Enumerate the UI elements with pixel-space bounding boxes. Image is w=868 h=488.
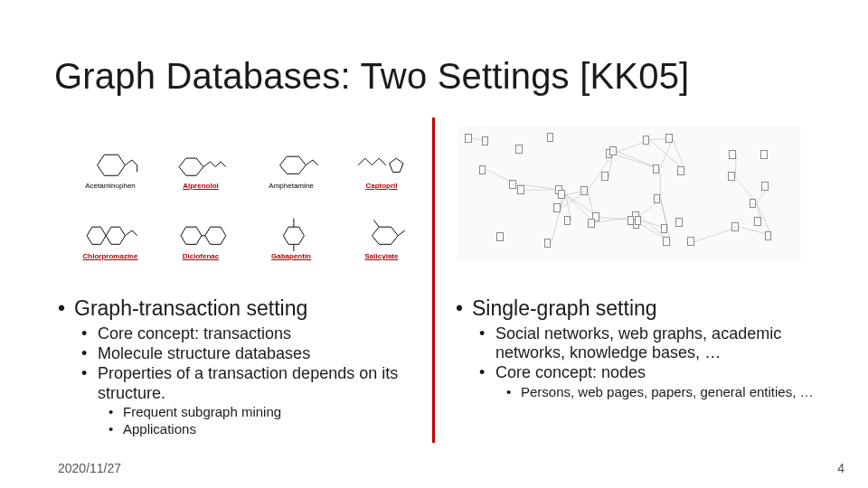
network-node: · (580, 186, 588, 195)
left-l2-0: Core concept: transactions (58, 324, 429, 343)
network-node: · (643, 136, 650, 145)
left-l3-1: Applications (58, 421, 429, 437)
network-node: · (760, 150, 768, 159)
svg-marker-9 (283, 227, 304, 244)
molecule-structure-icon (350, 139, 413, 181)
svg-marker-12 (372, 227, 398, 244)
molecule-cell: Diclofenac (159, 197, 242, 260)
network-node: · (509, 180, 516, 189)
network-node: · (661, 224, 668, 233)
network-node: · (731, 222, 739, 231)
network-node: · (482, 136, 489, 145)
network-edges (458, 127, 801, 262)
right-l2-0: Social networks, web graphs, academic ne… (456, 324, 826, 362)
svg-marker-1 (179, 158, 203, 175)
column-divider (432, 117, 435, 443)
molecule-label: Alprenolol (183, 183, 219, 190)
network-node: · (635, 216, 642, 225)
right-l3-0: Persons, web pages, papers, general enti… (456, 384, 826, 400)
network-node: · (479, 165, 486, 174)
svg-line-40 (588, 154, 613, 191)
network-node: · (754, 217, 761, 226)
molecule-label: Chlorpromazine (83, 253, 138, 260)
svg-line-13 (398, 230, 405, 236)
network-node: · (729, 150, 736, 159)
footer-date: 2020/11/27 (58, 461, 121, 475)
slide: Graph Databases: Two Settings [KK05] Ace… (0, 0, 868, 488)
network-node: · (547, 133, 554, 142)
svg-marker-2 (280, 156, 307, 174)
molecule-cell: Chlorpromazine (69, 197, 152, 260)
network-graph: ········································ (458, 127, 801, 262)
molecule-label: Diclofenac (183, 253, 219, 260)
molecule-cell: Gabapentin (250, 197, 333, 260)
molecule-structure-icon (79, 210, 142, 251)
svg-line-14 (373, 221, 379, 228)
network-node: · (496, 232, 504, 241)
svg-line-46 (552, 208, 561, 242)
molecule-cell: Acetaminophen (69, 127, 152, 190)
svg-line-32 (660, 138, 673, 169)
left-l2-1: Molecule structure databases (58, 344, 429, 363)
molecule-grid: AcetaminophenAlprenololAmphetamineCaptop… (69, 127, 425, 260)
network-node: · (765, 231, 772, 240)
molecule-structure-icon (169, 210, 232, 251)
right-bullets: Single-graph setting Social networks, we… (456, 296, 826, 400)
svg-marker-7 (205, 227, 226, 244)
molecule-cell: Captopril (340, 127, 423, 190)
network-node: · (558, 190, 565, 199)
network-node: · (465, 134, 472, 143)
network-node: · (728, 172, 735, 181)
network-node: · (601, 172, 609, 181)
network-node: · (515, 145, 523, 154)
network-node: · (761, 182, 769, 191)
network-node: · (517, 185, 524, 194)
network-node: · (654, 194, 661, 203)
network-node: · (609, 146, 617, 155)
left-l2-2: Properties of a transaction depends on i… (58, 364, 429, 402)
molecule-label: Gabapentin (271, 253, 311, 260)
slide-title: Graph Databases: Two Settings [KK05] (54, 56, 689, 97)
molecule-structure-icon (79, 139, 142, 181)
molecule-structure-icon (169, 139, 232, 181)
network-node: · (663, 237, 670, 246)
molecule-label: Acetaminophen (85, 183, 136, 190)
footer-page-number: 4 (837, 461, 844, 475)
network-node: · (544, 239, 552, 248)
left-illustration: AcetaminophenAlprenololAmphetamineCaptop… (63, 127, 425, 260)
svg-marker-4 (87, 227, 106, 244)
molecule-cell: Amphetamine (250, 127, 333, 190)
molecule-cell: Alprenolol (159, 127, 242, 190)
network-node: · (677, 166, 684, 175)
network-node: · (750, 199, 757, 208)
network-node: · (564, 216, 571, 225)
left-heading: Graph-transaction setting (58, 296, 429, 321)
network-node: · (687, 237, 694, 246)
molecule-structure-icon (350, 210, 413, 251)
right-l2-1: Core concept: nodes (456, 363, 826, 382)
svg-marker-0 (98, 155, 126, 175)
network-node: · (665, 134, 673, 143)
network-node: · (675, 218, 683, 227)
molecule-cell: Salicylate (340, 197, 423, 260)
molecule-structure-icon (259, 210, 323, 251)
molecule-label: Amphetamine (269, 183, 313, 190)
right-heading: Single-graph setting (456, 296, 826, 321)
network-node: · (653, 164, 660, 174)
network-node: · (588, 219, 595, 228)
molecule-label: Salicylate (365, 253, 399, 260)
network-node: · (553, 203, 561, 212)
svg-marker-5 (106, 227, 125, 244)
left-bullets: Graph-transaction setting Core concept: … (58, 296, 429, 437)
molecule-structure-icon (259, 139, 323, 181)
molecule-label: Captopril (365, 183, 397, 190)
svg-marker-3 (390, 158, 403, 172)
svg-marker-6 (181, 227, 202, 244)
right-illustration: ········································ (454, 127, 816, 262)
left-l3-0: Frequent subgraph mining (58, 404, 429, 420)
